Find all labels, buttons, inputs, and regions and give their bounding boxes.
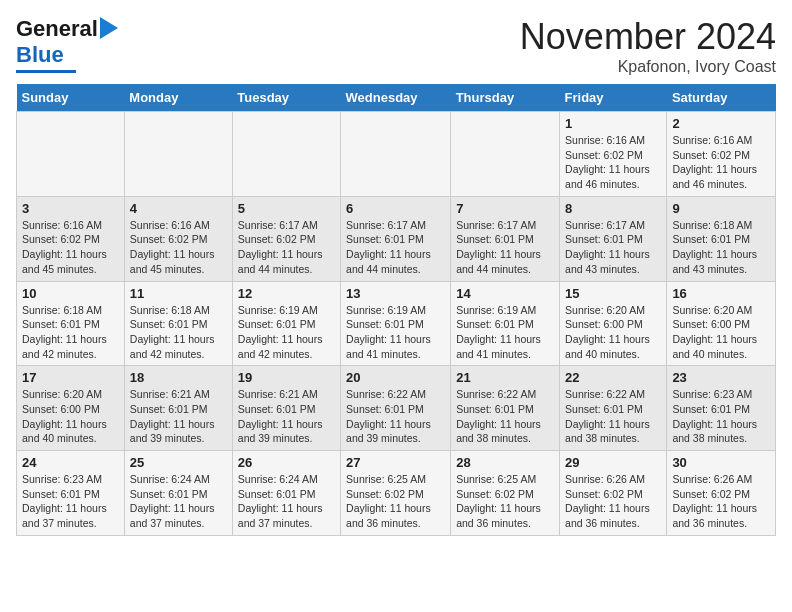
day-info: Sunrise: 6:16 AM Sunset: 6:02 PM Dayligh… [130,218,227,277]
day-info: Sunrise: 6:22 AM Sunset: 6:01 PM Dayligh… [456,387,554,446]
day-info: Sunrise: 6:24 AM Sunset: 6:01 PM Dayligh… [238,472,335,531]
calendar-cell: 8Sunrise: 6:17 AM Sunset: 6:01 PM Daylig… [560,196,667,281]
calendar-cell: 10Sunrise: 6:18 AM Sunset: 6:01 PM Dayli… [17,281,125,366]
calendar-cell: 9Sunrise: 6:18 AM Sunset: 6:01 PM Daylig… [667,196,776,281]
day-info: Sunrise: 6:25 AM Sunset: 6:02 PM Dayligh… [346,472,445,531]
weekday-header-sunday: Sunday [17,84,125,112]
calendar-cell: 15Sunrise: 6:20 AM Sunset: 6:00 PM Dayli… [560,281,667,366]
calendar-week-row: 24Sunrise: 6:23 AM Sunset: 6:01 PM Dayli… [17,451,776,536]
day-number: 3 [22,201,119,216]
day-info: Sunrise: 6:26 AM Sunset: 6:02 PM Dayligh… [565,472,661,531]
day-info: Sunrise: 6:26 AM Sunset: 6:02 PM Dayligh… [672,472,770,531]
calendar-cell: 14Sunrise: 6:19 AM Sunset: 6:01 PM Dayli… [451,281,560,366]
calendar-cell: 30Sunrise: 6:26 AM Sunset: 6:02 PM Dayli… [667,451,776,536]
calendar-cell [232,112,340,197]
calendar-cell: 18Sunrise: 6:21 AM Sunset: 6:01 PM Dayli… [124,366,232,451]
page-subtitle: Kpafonon, Ivory Coast [520,58,776,76]
weekday-header-thursday: Thursday [451,84,560,112]
weekday-header-tuesday: Tuesday [232,84,340,112]
day-number: 19 [238,370,335,385]
day-number: 28 [456,455,554,470]
day-info: Sunrise: 6:20 AM Sunset: 6:00 PM Dayligh… [565,303,661,362]
calendar-cell: 13Sunrise: 6:19 AM Sunset: 6:01 PM Dayli… [341,281,451,366]
day-info: Sunrise: 6:16 AM Sunset: 6:02 PM Dayligh… [672,133,770,192]
weekday-header-saturday: Saturday [667,84,776,112]
calendar-week-row: 10Sunrise: 6:18 AM Sunset: 6:01 PM Dayli… [17,281,776,366]
day-number: 5 [238,201,335,216]
day-info: Sunrise: 6:19 AM Sunset: 6:01 PM Dayligh… [456,303,554,362]
page-title: November 2024 [520,16,776,58]
day-info: Sunrise: 6:20 AM Sunset: 6:00 PM Dayligh… [672,303,770,362]
day-number: 16 [672,286,770,301]
day-number: 25 [130,455,227,470]
calendar-cell [17,112,125,197]
calendar-cell: 3Sunrise: 6:16 AM Sunset: 6:02 PM Daylig… [17,196,125,281]
day-number: 30 [672,455,770,470]
calendar-cell: 21Sunrise: 6:22 AM Sunset: 6:01 PM Dayli… [451,366,560,451]
day-info: Sunrise: 6:23 AM Sunset: 6:01 PM Dayligh… [672,387,770,446]
logo-triangle-icon [100,17,118,39]
day-info: Sunrise: 6:17 AM Sunset: 6:01 PM Dayligh… [565,218,661,277]
calendar-cell: 20Sunrise: 6:22 AM Sunset: 6:01 PM Dayli… [341,366,451,451]
day-number: 8 [565,201,661,216]
calendar-cell: 28Sunrise: 6:25 AM Sunset: 6:02 PM Dayli… [451,451,560,536]
calendar-week-row: 3Sunrise: 6:16 AM Sunset: 6:02 PM Daylig… [17,196,776,281]
weekday-header-row: SundayMondayTuesdayWednesdayThursdayFrid… [17,84,776,112]
day-number: 6 [346,201,445,216]
calendar-cell: 24Sunrise: 6:23 AM Sunset: 6:01 PM Dayli… [17,451,125,536]
weekday-header-friday: Friday [560,84,667,112]
day-number: 9 [672,201,770,216]
day-number: 22 [565,370,661,385]
day-info: Sunrise: 6:20 AM Sunset: 6:00 PM Dayligh… [22,387,119,446]
calendar-cell: 25Sunrise: 6:24 AM Sunset: 6:01 PM Dayli… [124,451,232,536]
day-info: Sunrise: 6:24 AM Sunset: 6:01 PM Dayligh… [130,472,227,531]
day-info: Sunrise: 6:19 AM Sunset: 6:01 PM Dayligh… [346,303,445,362]
day-info: Sunrise: 6:18 AM Sunset: 6:01 PM Dayligh… [22,303,119,362]
title-block: November 2024 Kpafonon, Ivory Coast [520,16,776,76]
day-info: Sunrise: 6:18 AM Sunset: 6:01 PM Dayligh… [130,303,227,362]
calendar-cell: 27Sunrise: 6:25 AM Sunset: 6:02 PM Dayli… [341,451,451,536]
day-info: Sunrise: 6:22 AM Sunset: 6:01 PM Dayligh… [346,387,445,446]
day-info: Sunrise: 6:23 AM Sunset: 6:01 PM Dayligh… [22,472,119,531]
day-info: Sunrise: 6:17 AM Sunset: 6:01 PM Dayligh… [456,218,554,277]
day-number: 14 [456,286,554,301]
day-number: 17 [22,370,119,385]
day-number: 13 [346,286,445,301]
calendar-cell: 26Sunrise: 6:24 AM Sunset: 6:01 PM Dayli… [232,451,340,536]
day-number: 20 [346,370,445,385]
page-header: General Blue November 2024 Kpafonon, Ivo… [16,16,776,76]
day-number: 12 [238,286,335,301]
day-number: 29 [565,455,661,470]
weekday-header-monday: Monday [124,84,232,112]
calendar-cell: 7Sunrise: 6:17 AM Sunset: 6:01 PM Daylig… [451,196,560,281]
svg-marker-0 [100,17,118,39]
logo-text-blue: Blue [16,42,64,68]
calendar-cell: 22Sunrise: 6:22 AM Sunset: 6:01 PM Dayli… [560,366,667,451]
calendar-cell: 19Sunrise: 6:21 AM Sunset: 6:01 PM Dayli… [232,366,340,451]
day-number: 18 [130,370,227,385]
day-info: Sunrise: 6:19 AM Sunset: 6:01 PM Dayligh… [238,303,335,362]
calendar-cell: 2Sunrise: 6:16 AM Sunset: 6:02 PM Daylig… [667,112,776,197]
day-number: 27 [346,455,445,470]
calendar-cell: 17Sunrise: 6:20 AM Sunset: 6:00 PM Dayli… [17,366,125,451]
day-number: 2 [672,116,770,131]
day-info: Sunrise: 6:17 AM Sunset: 6:02 PM Dayligh… [238,218,335,277]
logo: General Blue [16,16,118,73]
calendar-table: SundayMondayTuesdayWednesdayThursdayFrid… [16,84,776,536]
calendar-cell: 29Sunrise: 6:26 AM Sunset: 6:02 PM Dayli… [560,451,667,536]
day-number: 7 [456,201,554,216]
calendar-cell: 4Sunrise: 6:16 AM Sunset: 6:02 PM Daylig… [124,196,232,281]
day-number: 24 [22,455,119,470]
calendar-cell [124,112,232,197]
calendar-cell: 1Sunrise: 6:16 AM Sunset: 6:02 PM Daylig… [560,112,667,197]
day-info: Sunrise: 6:16 AM Sunset: 6:02 PM Dayligh… [22,218,119,277]
day-info: Sunrise: 6:16 AM Sunset: 6:02 PM Dayligh… [565,133,661,192]
calendar-cell: 12Sunrise: 6:19 AM Sunset: 6:01 PM Dayli… [232,281,340,366]
calendar-cell: 11Sunrise: 6:18 AM Sunset: 6:01 PM Dayli… [124,281,232,366]
day-number: 4 [130,201,227,216]
calendar-cell: 16Sunrise: 6:20 AM Sunset: 6:00 PM Dayli… [667,281,776,366]
logo-underline [16,70,76,73]
day-number: 10 [22,286,119,301]
day-info: Sunrise: 6:25 AM Sunset: 6:02 PM Dayligh… [456,472,554,531]
calendar-cell: 5Sunrise: 6:17 AM Sunset: 6:02 PM Daylig… [232,196,340,281]
